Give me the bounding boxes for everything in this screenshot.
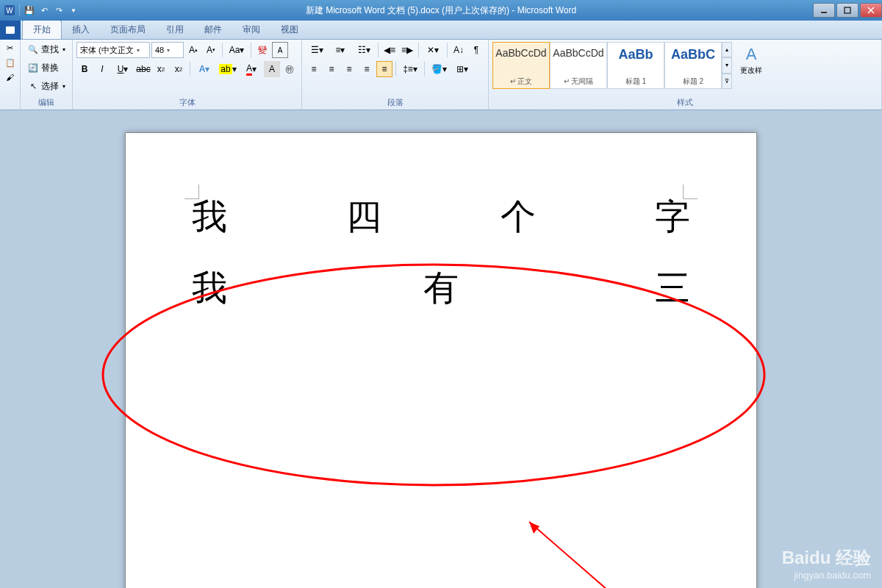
highlight-button[interactable]: ab▾ — [217, 61, 239, 77]
ribbon: ✂ 📋 🖌 🔍查找▾ 🔄替换 ↖选择▾ 编辑 宋体 (中文正文▾ 48▾ A▴ … — [0, 40, 882, 110]
change-case-button[interactable]: Aa▾ — [226, 42, 248, 58]
bullets-button[interactable]: ☰▾ — [306, 42, 328, 58]
document-line-1[interactable]: 我 四 个 字 — [192, 192, 690, 241]
enclose-char-button[interactable]: ㊕ — [282, 61, 298, 77]
font-size-combo[interactable]: 48▾ — [151, 42, 184, 58]
quick-access-toolbar: W 💾 ↶ ↷ ▼ — [0, 4, 83, 17]
style-name: 标题 2 — [683, 76, 703, 87]
window-controls — [811, 3, 882, 18]
expand-gallery-button[interactable]: ⊽ — [722, 74, 732, 89]
styles-group-label: 样式 — [492, 96, 878, 108]
show-marks-button[interactable]: ¶ — [468, 42, 484, 58]
change-styles-icon: A — [746, 45, 757, 64]
tab-insert[interactable]: 插入 — [62, 21, 100, 39]
file-tab[interactable] — [0, 21, 21, 40]
scroll-up-button[interactable]: ▴ — [722, 42, 732, 57]
maximize-button[interactable] — [836, 3, 858, 18]
save-icon[interactable]: 💾 — [23, 4, 36, 17]
select-button[interactable]: ↖选择▾ — [24, 79, 68, 94]
replace-button[interactable]: 🔄替换 — [24, 60, 68, 76]
document-area[interactable]: 我 四 个 字 我 有 三 Baidu 经验 jingyan.baidu.com — [0, 110, 882, 588]
cursor-icon: ↖ — [27, 81, 39, 93]
change-styles-button[interactable]: A 更改样 — [734, 42, 769, 79]
style-name: 标题 1 — [625, 76, 646, 87]
underline-button[interactable]: U▾ — [112, 61, 134, 77]
tab-start[interactable]: 开始 — [22, 20, 62, 39]
shrink-font-button[interactable]: A▾ — [203, 42, 219, 58]
borders-button[interactable]: ⊞▾ — [451, 61, 473, 77]
paragraph-group-label: 段落 — [306, 96, 484, 108]
asian-layout-button[interactable]: ✕▾ — [422, 42, 444, 58]
bold-button[interactable]: B — [76, 61, 93, 77]
multilevel-button[interactable]: ☷▾ — [353, 42, 375, 58]
style-nospacing[interactable]: AaBbCcDd ↵ 无间隔 — [550, 42, 607, 89]
margin-corner — [683, 184, 698, 199]
shading-button[interactable]: 🪣▾ — [428, 61, 450, 77]
style-preview: AaBbC — [671, 47, 715, 62]
document-line-2[interactable]: 我 有 三 — [192, 263, 690, 312]
font-group: 宋体 (中文正文▾ 48▾ A▴ A▾ Aa▾ 變 A B I U▾ abc x… — [73, 40, 302, 110]
numbering-button[interactable]: ≡▾ — [329, 42, 351, 58]
font-name: 宋体 (中文正文 — [80, 45, 134, 56]
scroll-down-button[interactable]: ▾ — [722, 57, 732, 73]
tab-review[interactable]: 审阅 — [232, 21, 270, 39]
copy-icon[interactable]: 📋 — [4, 57, 16, 68]
font-color-button[interactable]: A▾ — [240, 61, 262, 77]
style-preview: AaBbCcDd — [495, 47, 546, 59]
italic-button[interactable]: I — [94, 61, 110, 77]
char: 我 — [192, 192, 227, 241]
align-center-button[interactable]: ≡ — [323, 61, 340, 77]
cut-icon[interactable]: ✂ — [4, 42, 16, 54]
distribute-button[interactable]: ≡ — [376, 61, 392, 77]
watermark-url: jingyan.baidu.com — [782, 570, 871, 581]
sort-button[interactable]: A↓ — [451, 42, 467, 58]
phonetic-guide-button[interactable]: 變 — [254, 42, 270, 58]
page-content[interactable]: 我 四 个 字 我 有 三 — [126, 133, 756, 393]
page[interactable]: 我 四 个 字 我 有 三 — [125, 132, 757, 588]
tab-mail[interactable]: 邮件 — [194, 21, 232, 39]
style-normal[interactable]: AaBbCcDd ↵ 正文 — [492, 42, 550, 89]
char: 有 — [423, 263, 459, 312]
increase-indent-button[interactable]: ≡▶ — [399, 42, 415, 58]
close-button[interactable] — [860, 3, 882, 18]
chevron-down-icon: ▾ — [167, 47, 170, 54]
minimize-button[interactable] — [813, 3, 835, 18]
qat-dropdown-icon[interactable]: ▼ — [67, 4, 80, 17]
word-icon: W — [3, 4, 16, 17]
style-name: ↵ 正文 — [510, 76, 533, 87]
char: 我 — [192, 263, 227, 312]
gallery-scroll: ▴ ▾ ⊽ — [722, 42, 732, 89]
tab-layout[interactable]: 页面布局 — [100, 21, 156, 39]
find-button[interactable]: 🔍查找▾ — [24, 42, 68, 57]
svg-rect-6 — [6, 26, 15, 34]
style-heading1[interactable]: AaBb 标题 1 — [607, 42, 664, 89]
strikethrough-button[interactable]: abc — [135, 61, 151, 77]
separator — [251, 43, 251, 57]
style-heading2[interactable]: AaBbC 标题 2 — [664, 42, 722, 89]
svg-text:W: W — [6, 7, 13, 15]
text-effects-button[interactable]: A▾ — [193, 61, 215, 77]
select-label: 选择 — [41, 80, 59, 93]
change-styles-label: 更改样 — [740, 65, 762, 76]
grow-font-button[interactable]: A▴ — [185, 42, 201, 58]
binoculars-icon: 🔍 — [27, 44, 39, 56]
align-right-button[interactable]: ≡ — [341, 61, 357, 77]
decrease-indent-button[interactable]: ◀≡ — [381, 42, 398, 58]
font-name-combo[interactable]: 宋体 (中文正文▾ — [76, 42, 150, 58]
line-spacing-button[interactable]: ‡≡▾ — [399, 61, 421, 77]
char-shading-button[interactable]: A — [264, 61, 280, 77]
redo-icon[interactable]: ↷ — [52, 4, 65, 17]
subscript-button[interactable]: x2 — [153, 61, 169, 77]
format-painter-icon[interactable]: 🖌 — [4, 71, 16, 83]
char-border-button[interactable]: A — [272, 42, 288, 58]
justify-button[interactable]: ≡ — [359, 61, 375, 77]
align-left-button[interactable]: ≡ — [306, 61, 322, 77]
paragraph-group: ☰▾ ≡▾ ☷▾ ◀≡ ≡▶ ✕▾ A↓ ¶ ≡ ≡ ≡ ≡ — [302, 40, 489, 110]
superscript-button[interactable]: x2 — [171, 61, 187, 77]
undo-icon[interactable]: ↶ — [37, 4, 51, 17]
styles-group: AaBbCcDd ↵ 正文 AaBbCcDd ↵ 无间隔 AaBb 标题 1 A… — [489, 40, 882, 110]
tab-references[interactable]: 引用 — [156, 21, 194, 39]
font-group-label: 字体 — [76, 96, 298, 108]
tab-view[interactable]: 视图 — [270, 21, 309, 39]
font-size: 48 — [155, 46, 164, 54]
